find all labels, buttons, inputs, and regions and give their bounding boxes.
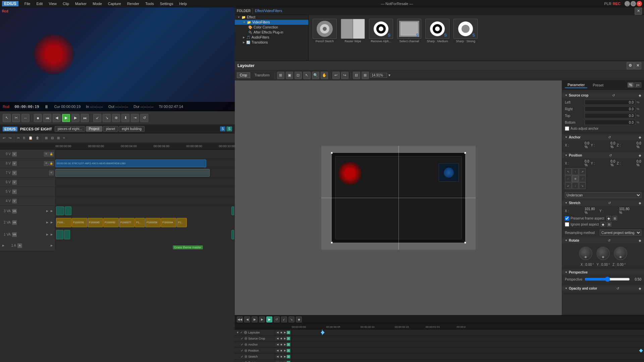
stretch-header[interactable]: ▼ Stretch ↺ ◆	[562, 200, 644, 206]
lt-tl-out[interactable]: ↘	[288, 316, 294, 322]
clip-2va-7[interactable]: P1000064	[161, 218, 176, 227]
lt-anchor-btn-green[interactable]: ▶	[287, 343, 290, 346]
track-9v-vis[interactable]: 👁	[44, 152, 49, 157]
tab-crop[interactable]: Crop	[237, 72, 250, 78]
clip-1va-b[interactable]	[64, 230, 70, 239]
tree-videofilters[interactable]: ▼ 📁 VideoFilters	[235, 20, 308, 25]
prev-frame-button[interactable]: ⏮	[43, 114, 51, 122]
step-back-button[interactable]: ◀	[53, 114, 61, 122]
lt-icon-safe[interactable]: ⊡	[294, 72, 302, 79]
play-button[interactable]: ▶	[62, 114, 70, 122]
track-1va-expand[interactable]: ▶	[45, 233, 49, 237]
lt-btn-prev-kf[interactable]: ◀	[276, 331, 279, 334]
lt-icon-fit2[interactable]: ⊟	[353, 72, 360, 79]
in-point-button[interactable]: ↙	[93, 114, 101, 122]
pos-arrow-b[interactable]: ↓	[572, 182, 579, 189]
lt-tl-back[interactable]: ◀	[244, 316, 250, 322]
clip-2va-6[interactable]: P1000058	[145, 218, 161, 227]
param-left-input[interactable]	[585, 100, 635, 105]
track-3va-expand[interactable]: ▶	[45, 209, 49, 213]
track-8v-vis[interactable]: 👁	[44, 161, 49, 166]
track-1a-expand2[interactable]: ▶	[50, 244, 54, 248]
perspective-header[interactable]: ▼ Perspective	[562, 269, 644, 275]
track-1va-expand2[interactable]: ▶	[50, 233, 54, 237]
opacity-reset-btn[interactable]: ↺	[616, 287, 619, 290]
lt-anchor-btn-next[interactable]: ▶	[283, 343, 286, 346]
pos-arrow-tl[interactable]: ↖	[565, 168, 572, 175]
lt-pos-btn-next[interactable]: ▶	[283, 349, 286, 352]
position-reset-btn[interactable]: ↺	[609, 154, 612, 157]
stop-button[interactable]: ■	[34, 114, 42, 122]
lt-icon-hand[interactable]: ✋	[321, 72, 328, 79]
source-crop-keyframe-btn[interactable]: ◆	[639, 94, 641, 97]
track-2va-expand2[interactable]: ▶	[50, 221, 54, 225]
lt-rotate-btn-next[interactable]: ▶	[283, 361, 286, 362]
slip-tool-button[interactable]: ↔	[21, 114, 30, 122]
rotate-keyframe-btn[interactable]: ◆	[639, 239, 641, 242]
pos-arrow-tr[interactable]: ↗	[579, 168, 586, 175]
lt-anchor-btn-prev[interactable]: ◀	[276, 343, 279, 346]
track-2va-expand[interactable]: ▶	[45, 221, 49, 225]
clip-2va-0[interactable]: P100...	[56, 218, 71, 227]
loop-button[interactable]: ↺	[140, 114, 148, 122]
lt-tl-loop[interactable]: ↺	[274, 316, 280, 322]
lt-anchor-check[interactable]: ✓	[241, 343, 244, 346]
clip-8v-main[interactable]: 00:00:00.00 376C3237-48F2-49C0-8E45-BB06…	[55, 160, 206, 167]
rotate-reset-btn[interactable]: ↺	[608, 239, 610, 242]
menu-view[interactable]: View	[46, 1, 59, 6]
lt-tl-prev[interactable]: ◀◀	[237, 316, 243, 322]
effect-sharp-strong[interactable]: S Sharp : Strong	[452, 17, 479, 45]
lt-pos-kf-end[interactable]	[639, 349, 643, 352]
anchor-keyframe-btn[interactable]: ◆	[639, 135, 641, 139]
menu-marker[interactable]: Marker	[72, 1, 89, 6]
menu-settings[interactable]: Settings	[157, 1, 176, 6]
tl-normalize[interactable]: ⊞	[44, 135, 49, 140]
anchor-reset-btn[interactable]: ↺	[608, 135, 611, 139]
effect-remove-alpha[interactable]: S Remove Alph...	[368, 17, 394, 45]
lt-tl-fwd-prev[interactable]: ▶	[252, 316, 258, 322]
param-right-input[interactable]	[585, 106, 635, 112]
lt-sc-btn-green[interactable]: ▶	[287, 337, 290, 340]
param-bottom-input[interactable]	[585, 120, 635, 125]
resampling-dropdown[interactable]: Current project setting	[600, 230, 641, 236]
lt-pos-btn-green[interactable]: ▶	[287, 349, 290, 352]
clip-2va-5[interactable]: P1...	[135, 218, 145, 227]
opacity-header[interactable]: ▼ Opacity and color ↺ ◆	[562, 286, 644, 291]
lt-tl-marker[interactable]: ◆	[296, 316, 302, 322]
unit-px-btn[interactable]: px	[634, 82, 641, 87]
lt-icon-full[interactable]: ⊞	[362, 72, 369, 79]
tab-project[interactable]: Project	[86, 126, 102, 132]
clip-3va-c[interactable]	[231, 206, 234, 215]
clip-2va-1[interactable]: P1000056	[72, 218, 87, 227]
lt-rotate-btn-green[interactable]: ▶	[287, 361, 290, 362]
lt-tl-play[interactable]: ▶	[266, 316, 272, 322]
tree-transitions[interactable]: ▶ 🔄 Transitions	[235, 40, 308, 45]
lt-kf-0[interactable]	[321, 330, 324, 334]
perspective-slider[interactable]	[585, 277, 630, 282]
step-fwd-button[interactable]: ▶	[71, 114, 79, 122]
layouter-settings-icon[interactable]: ⚙	[627, 62, 634, 69]
lt-btn-add-kf[interactable]: ◆	[279, 331, 283, 334]
tl-group[interactable]: ⊟	[50, 135, 55, 140]
stretch-reset-btn[interactable]: ↺	[608, 201, 611, 205]
track-1a-expand[interactable]: ▶	[1, 244, 5, 248]
add-clip-button[interactable]: ⊕	[112, 114, 120, 122]
tab-planet[interactable]: planet	[103, 126, 118, 132]
preserve-frame-checkbox[interactable]	[565, 216, 569, 221]
auto-adjust-checkbox[interactable]	[565, 126, 569, 131]
overwrite-button[interactable]: ⬇	[121, 114, 129, 122]
dial-z[interactable]	[614, 247, 627, 260]
tl-redo[interactable]: ↪	[7, 135, 13, 140]
lt-stretch-btn-green[interactable]: ▶	[287, 355, 290, 358]
sync-btn[interactable]: S	[226, 126, 232, 131]
tl-copy[interactable]: ⎘	[22, 135, 26, 140]
tl-paste[interactable]: 📋	[27, 135, 34, 140]
track-9v-lock[interactable]: 🔒	[49, 152, 54, 157]
out-point-button[interactable]: ↘	[103, 114, 111, 122]
menu-edit[interactable]: Edit	[34, 1, 45, 6]
source-crop-header[interactable]: ▼ Source crop ↺ ◆	[562, 93, 644, 98]
anchor-header[interactable]: ▼ Anchor ↺ ◆	[562, 134, 644, 140]
maximize-button[interactable]: □	[631, 1, 636, 6]
lt-icon-select[interactable]: ↖	[303, 72, 311, 79]
menu-file[interactable]: File	[22, 1, 33, 6]
